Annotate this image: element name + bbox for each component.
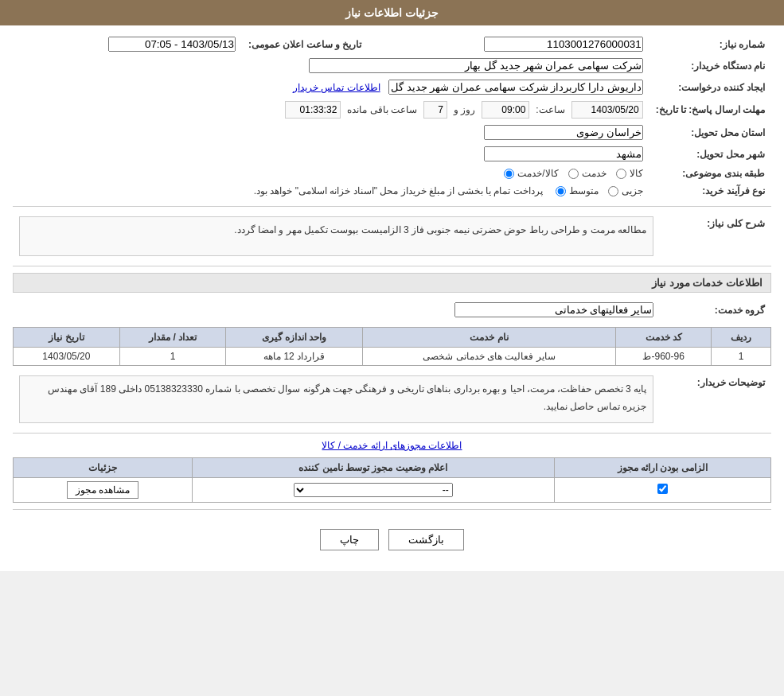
announce-date-label: تاریخ و ساعت اعلان عمومی:	[242, 33, 368, 55]
category-option-2[interactable]: خدمت	[568, 168, 607, 179]
col-status: اعلام وضعیت مجوز توسط نامین کننده	[192, 458, 554, 478]
buyer-org-label: نام دستگاه خریدار:	[649, 55, 771, 76]
cell-service-code: 960-96-ط	[615, 348, 711, 366]
cell-date: 1403/05/20	[14, 348, 120, 366]
category-label: طبقه بندی موضوعی:	[649, 165, 771, 182]
table-row: ایجاد کننده درخواست: اطلاعات تماس خریدار	[13, 76, 771, 98]
main-content: شماره نیاز: تاریخ و ساعت اعلان عمومی: نا…	[0, 25, 784, 571]
need-number-cell	[368, 33, 649, 55]
procurement-radio-group: جزیی متوسط	[556, 185, 643, 196]
procurement-option-motavasset[interactable]: متوسط	[556, 185, 599, 196]
footer-buttons: بازگشت چاپ	[13, 516, 771, 563]
col-details: جزئیات	[14, 458, 193, 478]
services-table-head: ردیف کد خدمت نام خدمت واحد اندازه گیری ت…	[14, 328, 771, 348]
remaining-label: ساعت باقی مانده	[347, 104, 417, 115]
days-input[interactable]	[423, 101, 447, 119]
requester-cell: اطلاعات تماس خریدار	[13, 76, 649, 98]
services-section-title: اطلاعات خدمات مورد نیاز	[13, 273, 771, 293]
response-time-input[interactable]	[482, 101, 529, 119]
buyer-notes-table: توضیحات خریدار: پایه 3 تخصص حفاظت، مرمت،…	[13, 372, 771, 426]
license-table-body: -- مشاهده مجوز	[14, 478, 771, 503]
cell-status: --	[192, 478, 554, 503]
cell-service-name: سایر فعالیت های خدماتی شخصی	[362, 348, 615, 366]
table-row: استان محل تحویل:	[13, 122, 771, 143]
days-label: روز و	[454, 104, 475, 115]
province-label: استان محل تحویل:	[649, 122, 771, 143]
services-table: ردیف کد خدمت نام خدمت واحد اندازه گیری ت…	[13, 327, 771, 366]
service-group-input[interactable]	[454, 302, 653, 317]
buyer-notes-text: پایه 3 تخصص حفاظت، مرمت، احیا و بهره برد…	[48, 383, 646, 412]
need-desc-cell: مطالعه مرمت و طراحی رباط حوض حضرتی نیمه …	[13, 213, 660, 259]
cell-details: مشاهده مجوز	[14, 478, 193, 503]
page-title: جزئیات اطلاعات نیاز	[345, 6, 439, 19]
col-date: تاریخ نیاز	[14, 328, 120, 348]
city-input[interactable]	[484, 146, 643, 161]
city-cell	[13, 143, 649, 165]
announce-date-cell	[13, 33, 242, 55]
required-checkbox[interactable]	[657, 484, 668, 494]
info-table: شماره نیاز: تاریخ و ساعت اعلان عمومی: نا…	[13, 33, 771, 200]
contact-link[interactable]: اطلاعات تماس خریدار	[293, 82, 380, 93]
province-input[interactable]	[484, 125, 643, 140]
col-unit: واحد اندازه گیری	[226, 328, 362, 348]
buyer-org-cell	[13, 55, 649, 76]
col-service-name: نام خدمت	[362, 328, 615, 348]
table-row: توضیحات خریدار: پایه 3 تخصص حفاظت، مرمت،…	[13, 372, 771, 426]
status-select[interactable]: --	[294, 483, 453, 497]
divider-1	[13, 206, 771, 207]
procurement-radio-motavasset[interactable]	[556, 186, 566, 196]
response-deadline-label: مهلت ارسال پاسخ: تا تاریخ:	[649, 98, 771, 122]
table-header-row: ردیف کد خدمت نام خدمت واحد اندازه گیری ت…	[14, 328, 771, 348]
page-wrapper: جزئیات اطلاعات نیاز شماره نیاز: تاریخ و …	[0, 0, 784, 571]
buyer-org-input[interactable]	[309, 58, 643, 73]
remaining-time-input[interactable]	[285, 101, 341, 119]
procurement-option-jozi[interactable]: جزیی	[608, 185, 643, 196]
cell-row-num: 1	[712, 348, 771, 366]
buyer-notes-label: توضیحات خریدار:	[660, 372, 771, 426]
cell-quantity: 1	[119, 348, 226, 366]
table-row: شماره نیاز: تاریخ و ساعت اعلان عمومی:	[13, 33, 771, 55]
announce-date-input[interactable]	[108, 37, 236, 52]
category-cell: کالا خدمت کالا/خدمت	[13, 165, 649, 182]
col-required: الزامی بودن ارائه مجوز	[554, 458, 770, 478]
page-header: جزئیات اطلاعات نیاز	[0, 0, 784, 25]
requester-input[interactable]	[388, 80, 643, 95]
print-button[interactable]: چاپ	[320, 529, 379, 550]
requester-label: ایجاد کننده درخواست:	[649, 76, 771, 98]
province-cell	[13, 122, 649, 143]
category-option-1[interactable]: کالا	[616, 168, 643, 179]
procurement-radio-jozi[interactable]	[608, 186, 618, 196]
category-radio-both[interactable]	[504, 169, 514, 179]
buyer-notes-box: پایه 3 تخصص حفاظت، مرمت، احیا و بهره برد…	[19, 375, 653, 423]
response-time-label: ساعت:	[536, 104, 564, 115]
table-row: -- مشاهده مجوز	[14, 478, 771, 503]
divider-3	[13, 433, 771, 434]
need-number-input[interactable]	[484, 37, 643, 52]
category-radio-khedmat[interactable]	[568, 169, 579, 179]
need-desc-box: مطالعه مرمت و طراحی رباط حوض حضرتی نیمه …	[19, 216, 653, 256]
category-radio-group: کالا خدمت کالا/خدمت	[19, 168, 643, 179]
license-section-link[interactable]: اطلاعات مجوزهای ارائه خدمت / کالا	[13, 440, 771, 451]
license-table-head: الزامی بودن ارائه مجوز اعلام وضعیت مجوز …	[14, 458, 771, 478]
category-radio-kala[interactable]	[616, 169, 626, 179]
need-desc-text: مطالعه مرمت و طراحی رباط حوض حضرتی نیمه …	[234, 224, 646, 235]
need-desc-table: شرح کلی نیاز: مطالعه مرمت و طراحی رباط ح…	[13, 213, 771, 259]
cell-unit: قرارداد 12 ماهه	[226, 348, 362, 366]
table-row: شهر محل تحویل:	[13, 143, 771, 165]
response-deadline-cell: ساعت: روز و ساعت باقی مانده	[13, 98, 649, 122]
back-button[interactable]: بازگشت	[388, 529, 464, 550]
response-date-input[interactable]	[571, 101, 643, 119]
view-license-button[interactable]: مشاهده مجوز	[67, 481, 138, 499]
need-number-label: شماره نیاز:	[649, 33, 771, 55]
need-desc-label: شرح کلی نیاز:	[660, 213, 771, 259]
category-option-3[interactable]: کالا/خدمت	[504, 168, 558, 179]
service-group-label: گروه خدمت:	[660, 299, 771, 321]
col-service-code: کد خدمت	[615, 328, 711, 348]
service-group-cell	[13, 299, 660, 321]
city-label: شهر محل تحویل:	[649, 143, 771, 165]
service-group-table: گروه خدمت:	[13, 299, 771, 321]
procurement-type-cell: جزیی متوسط پرداخت تمام یا بخشی از مبلغ خ…	[13, 182, 649, 200]
divider-4	[13, 509, 771, 510]
table-row: نام دستگاه خریدار:	[13, 55, 771, 76]
license-table: الزامی بودن ارائه مجوز اعلام وضعیت مجوز …	[13, 457, 771, 503]
